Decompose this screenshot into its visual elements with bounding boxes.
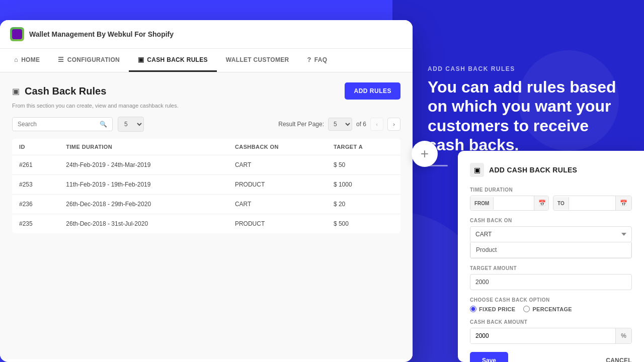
search-box[interactable]: 🔍 (12, 117, 113, 131)
cell-id: #236 (12, 195, 59, 214)
pagination: Result Per Page: 5 10 of 6 ‹ › (278, 118, 400, 131)
cashback-option-group: CHOOSE CASH BACK OPTION FIXED PRICE PERC… (470, 297, 632, 312)
per-page-select-right[interactable]: 5 10 (328, 118, 352, 131)
percent-suffix: % (615, 328, 631, 343)
page-title-icon: ▣ (12, 86, 20, 96)
tab-faq-label: FAQ (314, 56, 328, 63)
table-row: #235 26th-Dec-2018 - 31st-Jul-2020 PRODU… (12, 214, 400, 234)
cell-cashback-on: CART (228, 195, 327, 214)
cell-cashback-on: PRODUCT (228, 214, 327, 234)
cell-id: #235 (12, 214, 59, 234)
tab-cashback-label: CASH BACK RULES (147, 56, 208, 63)
tab-faq[interactable]: ? FAQ (298, 49, 336, 72)
rules-table: ID TIME DURATION CASHBACK ON TARGET A #2… (12, 139, 400, 233)
to-calendar-icon[interactable]: 📅 (615, 196, 631, 210)
per-page-select[interactable]: 5 10 25 (118, 117, 144, 132)
search-icon: 🔍 (100, 121, 107, 128)
cashback-amount-input[interactable] (470, 328, 615, 343)
cell-cashback-on: CART (228, 155, 327, 175)
cell-id: #253 (12, 175, 59, 195)
fixed-price-label: FIXED PRICE (479, 306, 515, 312)
app-logo-inner (12, 29, 22, 39)
panel-title: ADD CASH BACK RULES (489, 166, 577, 174)
col-cashback: CASHBACK ON (228, 139, 327, 155)
right-info-label: ADD CASH BACK RULES (428, 65, 629, 72)
cell-target-amount: $ 20 (327, 195, 400, 214)
radio-fixed-price[interactable]: FIXED PRICE (470, 306, 515, 312)
target-amount-group: TARGET AMOUNT (470, 265, 632, 290)
from-label: FROM (470, 197, 494, 210)
toolbar: 🔍 5 10 25 Result Per Page: 5 10 of 6 ‹ › (12, 117, 400, 132)
tab-configuration-label: CONFIGURATION (67, 56, 120, 63)
cell-id: #261 (12, 155, 59, 175)
tab-home-label: HOME (21, 56, 40, 63)
cashback-amount-group: CASH BACK AMOUNT % (470, 319, 632, 344)
to-input[interactable] (569, 197, 615, 210)
dropdown-option-product[interactable]: Product (470, 242, 631, 258)
config-icon: ☰ (58, 56, 64, 63)
cashback-icon: ▣ (138, 56, 144, 63)
cashback-on-label: CASH BACK ON (470, 218, 632, 223)
page-subtitle: From this section you can create, view a… (12, 103, 400, 109)
from-input-group: FROM 📅 (470, 196, 549, 211)
of-label: of 6 (356, 121, 366, 128)
app-logo (10, 27, 24, 41)
percentage-label: PERCENTAGE (532, 306, 572, 312)
col-target: TARGET A (327, 139, 400, 155)
cell-cashback-on: PRODUCT (228, 175, 327, 195)
pagination-next[interactable]: › (387, 118, 400, 131)
radio-group: FIXED PRICE PERCENTAGE (470, 306, 632, 312)
time-duration-row: FROM 📅 TO 📅 (470, 196, 632, 211)
faq-icon: ? (307, 56, 311, 63)
amount-input-group: % (470, 328, 632, 344)
page-header: ▣ Cash Back Rules ADD RULES (12, 82, 400, 100)
nav-tabs: ⌂ HOME ☰ CONFIGURATION ▣ CASH BACK RULES… (0, 49, 413, 72)
tab-home[interactable]: ⌂ HOME (5, 49, 49, 72)
radio-percentage-input[interactable] (523, 306, 530, 312)
cashback-on-group: CASH BACK ON CART PRODUCT Product (470, 218, 632, 258)
add-rules-button[interactable]: ADD RULES (345, 82, 400, 100)
panel-header: ▣ ADD CASH BACK RULES (470, 163, 632, 177)
tab-wallet-customer[interactable]: WALLET CUSTOMER (217, 49, 298, 72)
target-amount-input[interactable] (470, 274, 632, 290)
result-per-page-label: Result Per Page: (278, 121, 324, 128)
col-id: ID (12, 139, 59, 155)
plus-button[interactable]: + (412, 141, 438, 167)
to-label: TO (553, 197, 569, 210)
col-duration: TIME DURATION (59, 139, 228, 155)
cashback-amount-label: CASH BACK AMOUNT (470, 319, 632, 325)
dropdown-list: Product (470, 242, 632, 258)
radio-fixed-price-input[interactable] (470, 306, 476, 312)
add-rules-panel: ▣ ADD CASH BACK RULES TIME DURATION FROM… (458, 151, 644, 362)
tab-configuration[interactable]: ☰ CONFIGURATION (49, 49, 129, 72)
cashback-on-select[interactable]: CART PRODUCT (470, 226, 632, 242)
time-duration-label: TIME DURATION (470, 187, 632, 193)
from-calendar-icon[interactable]: 📅 (534, 196, 549, 210)
right-info-text: You can add rules based on which you wan… (428, 77, 629, 155)
cell-duration: 26th-Dec-2018 - 31st-Jul-2020 (59, 214, 228, 234)
home-icon: ⌂ (14, 56, 18, 63)
page-title: Cash Back Rules (25, 85, 106, 97)
main-card: Wallet Management By Webkul For Shopify … (0, 20, 413, 362)
cell-target-amount: $ 50 (327, 155, 400, 175)
table-row: #236 26th-Dec-2018 - 29th-Feb-2020 CART … (12, 195, 400, 214)
table-row: #261 24th-Feb-2019 - 24th-Mar-2019 CART … (12, 155, 400, 175)
from-input[interactable] (494, 197, 534, 210)
tab-wallet-label: WALLET CUSTOMER (226, 56, 289, 63)
cell-duration: 26th-Dec-2018 - 29th-Feb-2020 (59, 195, 228, 214)
cell-target-amount: $ 1000 (327, 175, 400, 195)
time-duration-group: TIME DURATION FROM 📅 TO 📅 (470, 187, 632, 211)
tab-cashback-rules[interactable]: ▣ CASH BACK RULES (129, 49, 217, 72)
app-title: Wallet Management By Webkul For Shopify (29, 30, 174, 38)
save-button[interactable]: Save (470, 352, 508, 362)
radio-percentage[interactable]: PERCENTAGE (523, 306, 572, 312)
cell-duration: 11th-Feb-2019 - 19th-Feb-2019 (59, 175, 228, 195)
table-row: #253 11th-Feb-2019 - 19th-Feb-2019 PRODU… (12, 175, 400, 195)
cancel-button[interactable]: CANCEL (606, 357, 632, 362)
pagination-prev[interactable]: ‹ (370, 118, 383, 131)
to-input-group: TO 📅 (553, 196, 632, 211)
content-area: ▣ Cash Back Rules ADD RULES From this se… (0, 72, 413, 359)
search-input[interactable] (18, 121, 97, 128)
panel-actions: Save CANCEL (470, 352, 632, 362)
panel-icon: ▣ (470, 163, 484, 177)
